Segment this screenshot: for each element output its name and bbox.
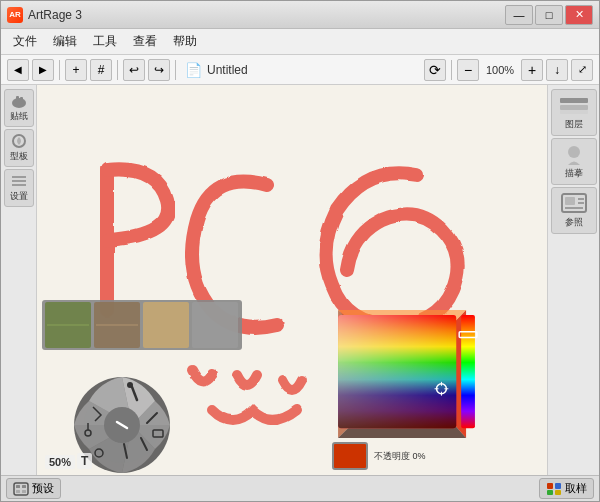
document-title-area: 📄 Untitled (185, 62, 248, 78)
menubar: 文件 编辑 工具 查看 帮助 (1, 29, 599, 55)
color-picker-area[interactable]: 不透明度 0% (332, 310, 492, 470)
settings-label: 设置 (10, 190, 28, 203)
zoom-label: 100% (481, 64, 519, 76)
svg-rect-53 (547, 483, 553, 489)
titlebar: AR ArtRage 3 — □ ✕ (1, 1, 599, 29)
svg-point-23 (95, 449, 103, 457)
left-panel: 贴纸 型板 设置 (1, 85, 37, 475)
bottom-bar: 预设 取样 (1, 475, 599, 501)
preset-label: 预设 (32, 481, 54, 496)
svg-rect-51 (16, 490, 20, 493)
zoom-control: − 100% + (457, 59, 543, 81)
menu-view[interactable]: 查看 (125, 30, 165, 53)
svg-point-42 (568, 146, 580, 158)
svg-rect-40 (560, 105, 588, 110)
tool-wheel-svg[interactable] (37, 295, 247, 475)
app-window: AR ArtRage 3 — □ ✕ 文件 编辑 工具 查看 帮助 ◀ ▶ + … (0, 0, 600, 502)
svg-rect-2 (20, 97, 23, 102)
grid-button[interactable]: # (90, 59, 112, 81)
zoom-plus-button[interactable]: + (521, 59, 543, 81)
settings-icon (9, 173, 29, 189)
sample-icon (546, 482, 562, 496)
svg-rect-54 (555, 483, 561, 489)
sample-button[interactable]: 取样 (539, 478, 594, 499)
zoom-percent: 50% (45, 455, 75, 469)
tracing-button[interactable]: 描摹 (551, 138, 597, 185)
export-button[interactable]: ↓ (546, 59, 568, 81)
close-button[interactable]: ✕ (565, 5, 593, 25)
minimize-button[interactable]: — (505, 5, 533, 25)
menu-edit[interactable]: 编辑 (45, 30, 85, 53)
svg-rect-31 (338, 315, 456, 428)
color-wheel-svg[interactable] (332, 310, 482, 438)
toolbar-sep-1 (59, 60, 60, 80)
document-icon: 📄 (185, 62, 202, 78)
reference-icon (558, 192, 590, 214)
menu-help[interactable]: 帮助 (165, 30, 205, 53)
main-area: 贴纸 型板 设置 (1, 85, 599, 475)
layers-label: 图层 (565, 118, 583, 131)
svg-rect-33 (459, 332, 477, 338)
template-label: 型板 (10, 150, 28, 163)
toolbar-sep-2 (117, 60, 118, 80)
tool-wheel-area[interactable]: 50% T (37, 295, 247, 475)
menu-tools[interactable]: 工具 (85, 30, 125, 53)
toolbar: ◀ ▶ + # ↩ ↪ 📄 Untitled ⟳ − 100% + ↓ ⤢ (1, 55, 599, 85)
sample-label: 取样 (565, 481, 587, 496)
right-panel: 图层 描摹 (547, 85, 599, 475)
app-icon: AR (7, 7, 23, 23)
svg-rect-44 (565, 197, 575, 205)
svg-rect-55 (547, 490, 553, 495)
svg-rect-39 (560, 98, 588, 103)
color-swatch-button[interactable] (332, 442, 368, 470)
svg-rect-50 (22, 485, 26, 488)
svg-rect-41 (560, 110, 588, 114)
opacity-label: 不透明度 0% (374, 450, 426, 463)
undo-button[interactable]: ↩ (123, 59, 145, 81)
layers-button[interactable]: 图层 (551, 89, 597, 136)
preset-icon (13, 482, 29, 496)
template-tool[interactable]: 型板 (4, 129, 34, 167)
toolbar-sep-3 (175, 60, 176, 80)
template-icon (9, 133, 29, 149)
tracing-label: 描摹 (565, 167, 583, 180)
toolbar-nav-right[interactable]: ▶ (32, 59, 54, 81)
zoom-minus-button[interactable]: − (457, 59, 479, 81)
move-tool-button[interactable]: + (65, 59, 87, 81)
svg-rect-11 (192, 302, 238, 348)
settings-tool[interactable]: 设置 (4, 169, 34, 207)
toolbar-sep-4 (451, 60, 452, 80)
titlebar-title: ArtRage 3 (28, 8, 505, 22)
svg-rect-48 (14, 483, 28, 495)
svg-rect-52 (22, 490, 26, 493)
layers-icon (558, 94, 590, 116)
svg-rect-49 (16, 485, 20, 488)
window-controls: — □ ✕ (505, 5, 593, 25)
menu-file[interactable]: 文件 (5, 30, 45, 53)
toolbar-nav-left[interactable]: ◀ (7, 59, 29, 81)
sticker-icon (9, 93, 29, 109)
svg-rect-1 (16, 96, 19, 102)
document-title: Untitled (207, 63, 248, 77)
maximize-button[interactable]: □ (535, 5, 563, 25)
fullscreen-button[interactable]: ⤢ (571, 59, 593, 81)
sticker-tool[interactable]: 贴纸 (4, 89, 34, 127)
svg-rect-56 (555, 490, 561, 495)
text-tool-indicator[interactable]: T (77, 453, 92, 469)
svg-point-24 (85, 430, 91, 436)
svg-rect-20 (153, 430, 163, 437)
transform-button[interactable]: ⟳ (424, 59, 446, 81)
reference-label: 参照 (565, 216, 583, 229)
preset-button[interactable]: 预设 (6, 478, 61, 499)
toolbar-right: ⟳ − 100% + ↓ ⤢ (424, 59, 593, 81)
redo-button[interactable]: ↪ (148, 59, 170, 81)
sticker-label: 贴纸 (10, 110, 28, 123)
tracing-icon (558, 143, 590, 165)
canvas-area[interactable]: 50% T (37, 85, 547, 475)
color-bottom: 不透明度 0% (332, 442, 492, 470)
svg-point-18 (127, 382, 133, 388)
svg-rect-10 (143, 302, 189, 348)
reference-button[interactable]: 参照 (551, 187, 597, 234)
